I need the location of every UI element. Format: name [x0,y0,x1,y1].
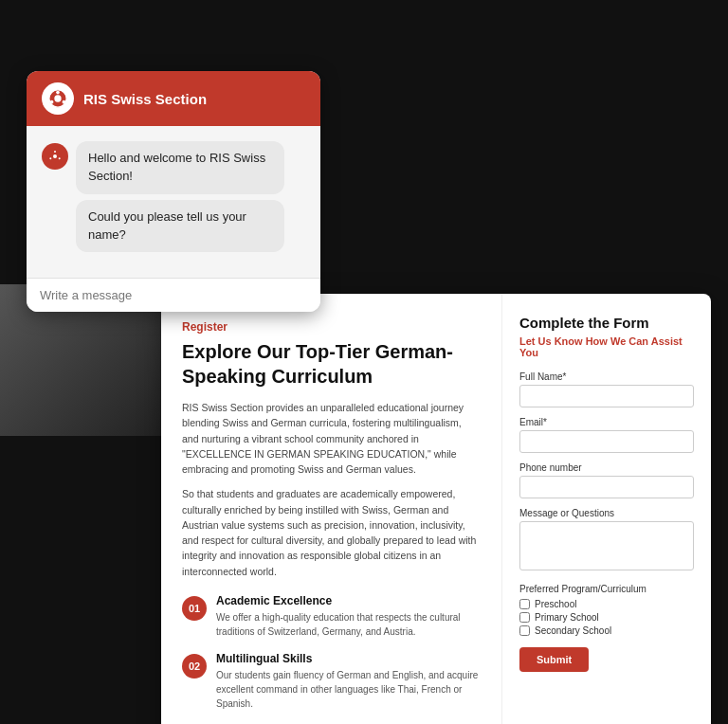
checkbox-secondary-input[interactable] [519,625,530,636]
message-textarea[interactable] [519,521,694,570]
checkbox-preschool-label: Preschool [535,599,576,609]
feature-text-1: Academic Excellence We offer a high-qual… [216,594,481,639]
feature-item-2: 02 Multilingual Skills Our students gain… [182,652,481,711]
chat-message-row-1: Hello and welcome to RIS Swiss Section! … [42,141,305,252]
checkbox-primary-input[interactable] [519,612,530,623]
feature-desc-2: Our students gain fluency of German and … [216,668,481,711]
svg-point-4 [50,100,54,104]
checkbox-preschool-input[interactable] [519,599,530,609]
message-label: Message or Questions [519,508,694,518]
panel-right: Complete the Form Let Us Know How We Can… [502,294,711,724]
submit-button[interactable]: Submit [519,647,589,672]
main-panel: Register Explore Our Top-Tier German-Spe… [161,294,711,724]
chat-header: RIS Swiss Section [27,71,320,126]
chat-bot-avatar [42,143,68,170]
svg-point-9 [49,157,51,159]
chat-logo-icon [42,82,74,115]
fullname-input[interactable] [519,385,694,407]
program-label: Preferred Program/Curriculum [519,584,694,594]
feature-title-2: Multilingual Skills [216,652,481,665]
feature-item-1: 01 Academic Excellence We offer a high-q… [182,594,481,639]
panel-description-2: So that students and graduates are acade… [182,486,481,579]
feature-desc-1: We offer a high-quality education that r… [216,610,481,639]
checkbox-preschool[interactable]: Preschool [519,599,694,609]
email-label: Email* [519,417,694,427]
form-group-phone: Phone number [519,462,694,498]
chat-bubble-1: Hello and welcome to RIS Swiss Section! [76,141,284,194]
program-checkbox-group: Preferred Program/Curriculum Preschool P… [519,584,694,636]
svg-point-8 [59,157,61,159]
svg-point-7 [54,151,56,153]
form-subheading: Let Us Know How We Can Assist You [519,335,694,358]
checkbox-primary-label: Primary School [535,612,599,623]
feature-text-2: Multilingual Skills Our students gain fl… [216,652,481,711]
register-label: Register [182,320,481,334]
panel-left: Register Explore Our Top-Tier German-Spe… [161,294,502,724]
feature-num-1: 01 [182,596,207,621]
chat-widget: RIS Swiss Section Hello and welcome to R… [27,71,320,312]
feature-title-1: Academic Excellence [216,594,481,607]
email-input[interactable] [519,430,694,453]
form-group-message: Message or Questions [519,508,694,574]
panel-description-1: RIS Swiss Section provides an unparallel… [182,400,481,477]
features-list: 01 Academic Excellence We offer a high-q… [182,594,481,724]
form-heading: Complete the Form [519,315,694,331]
checkbox-secondary-label: Secondary School [535,625,611,636]
svg-point-2 [56,91,60,95]
form-group-fullname: Full Name* [519,371,694,407]
phone-input[interactable] [519,476,694,498]
feature-num-2: 02 [182,654,207,679]
phone-label: Phone number [519,462,694,473]
fullname-label: Full Name* [519,371,694,382]
panel-heading: Explore Our Top-Tier German-Speaking Cur… [182,339,481,389]
svg-point-1 [54,95,61,101]
chat-title: RIS Swiss Section [83,91,207,107]
checkbox-secondary[interactable]: Secondary School [519,625,694,636]
checkbox-primary[interactable]: Primary School [519,612,694,623]
chat-body: Hello and welcome to RIS Swiss Section! … [27,126,320,278]
form-group-email: Email* [519,417,694,453]
svg-point-6 [53,154,57,158]
svg-point-3 [63,100,66,104]
chat-input-row[interactable] [27,278,320,312]
chat-bubble-2: Could you please tell us your name? [76,200,284,253]
chat-input[interactable] [40,288,307,302]
